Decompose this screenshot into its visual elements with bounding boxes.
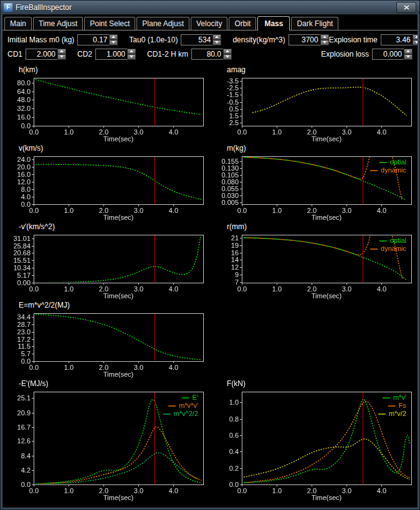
explosion-time-spin-up[interactable] (413, 34, 418, 40)
explosion-loss-control: Explosion loss (321, 49, 413, 60)
tau0-spinbox (181, 34, 221, 45)
density-spin-down[interactable] (320, 40, 329, 45)
chart-canvas-force (211, 389, 418, 501)
tab-point-select[interactable]: Point Select (84, 17, 135, 30)
explosion-time-label: Explosion time (329, 35, 378, 44)
app-window: F FireBallInspector Main Time Adjust Poi… (0, 0, 420, 510)
chart-canvas-velocity (2, 154, 211, 221)
explosion-time-input[interactable] (381, 34, 413, 45)
chart-radius: r(mm) (211, 222, 418, 300)
cd2-spin-up[interactable] (127, 49, 136, 54)
chart-amag: amag (211, 65, 418, 143)
cd12-h-control: CD1-2 H km (147, 49, 232, 60)
cd2-input[interactable] (95, 49, 127, 60)
explosion-time-spinbox (381, 34, 418, 45)
density-input[interactable] (289, 34, 320, 45)
parameter-panel: Imitial Mass m0 (kg) Tau0 (1.0e-10) dens… (2, 31, 418, 62)
chart-title: E=m*v^2/2(MJ) (2, 300, 211, 311)
cd2-spinbox (95, 49, 136, 60)
chart-title: amag (211, 65, 418, 75)
chart-canvas-deceleration (2, 232, 211, 300)
chart-title: -E'(MJ/s) (2, 379, 211, 389)
cd2-spin-down[interactable] (127, 54, 136, 60)
client-area: Main Time Adjust Point Select Plane Adju… (2, 14, 418, 508)
cd12-h-spin-up[interactable] (223, 49, 232, 54)
explosion-loss-spin-up[interactable] (404, 49, 413, 54)
tau0-control: Tau0 (1.0e-10) (129, 34, 221, 45)
tau0-spin-up[interactable] (212, 34, 221, 40)
tab-main[interactable]: Main (4, 17, 32, 30)
window-title: FireBallInspector (16, 3, 396, 12)
tab-velocity[interactable]: Velocity (191, 17, 227, 30)
explosion-loss-label: Explosion loss (321, 50, 369, 59)
initial-mass-spinbox (77, 34, 118, 45)
cd1-spin-down[interactable] (57, 54, 66, 60)
cd2-label: CD2 (77, 50, 92, 59)
close-icon (404, 5, 409, 10)
chart-title: -v'(km/s^2) (2, 222, 211, 232)
initial-mass-control: Imitial Mass m0 (kg) (7, 34, 118, 45)
tab-orbit[interactable]: Orbit (229, 17, 256, 30)
cd1-input[interactable] (26, 49, 57, 60)
chart-deceleration: -v'(km/s^2) (2, 222, 211, 300)
parameter-row-1: Imitial Mass m0 (kg) Tau0 (1.0e-10) dens… (7, 32, 413, 47)
chart-title: h(km) (2, 65, 211, 75)
explosion-time-control: Explosion time (329, 34, 418, 45)
cd12-h-input[interactable] (191, 49, 223, 60)
chart-canvas-mass (211, 154, 418, 221)
chart-canvas-energy-loss (2, 389, 211, 501)
cd12-h-spin-down[interactable] (223, 54, 232, 60)
density-spin-up[interactable] (320, 34, 329, 40)
chart-canvas-energy (2, 311, 211, 378)
cd1-spinbox (26, 49, 66, 60)
tab-bar: Main Time Adjust Point Select Plane Adju… (2, 14, 418, 31)
chart-force: F(kN) (211, 379, 418, 502)
tab-plane-adjust[interactable]: Plane Adjust (136, 17, 189, 30)
cd1-spin-up[interactable] (57, 49, 66, 54)
density-spinbox (289, 34, 329, 45)
explosion-loss-spinbox (372, 49, 413, 60)
explosion-loss-input[interactable] (372, 49, 404, 60)
chart-energy-loss: -E'(MJ/s) (2, 379, 211, 502)
chart-title: F(kN) (211, 379, 418, 389)
tau0-input[interactable] (181, 34, 212, 45)
initial-mass-label: Imitial Mass m0 (kg) (7, 35, 74, 44)
explosion-loss-spin-down[interactable] (404, 54, 413, 60)
chart-slot-empty (211, 300, 418, 379)
chart-title: v(km/s) (2, 143, 211, 154)
chart-mass: m(kg) (211, 143, 418, 222)
tau0-spin-down[interactable] (212, 40, 221, 45)
initial-mass-spin-up[interactable] (109, 34, 118, 40)
tau0-label: Tau0 (1.0e-10) (129, 35, 178, 44)
chart-canvas-radius (211, 232, 418, 300)
chart-canvas-height (2, 75, 211, 143)
cd2-control: CD2 (77, 49, 136, 60)
tab-time-adjust[interactable]: Time Adjust (33, 17, 83, 30)
chart-velocity: v(km/s) (2, 143, 211, 222)
tab-dark-flight[interactable]: Dark Flight (291, 17, 338, 30)
cd1-label: CD1 (7, 50, 22, 59)
chart-canvas-amag (211, 75, 418, 143)
tab-mass[interactable]: Mass (257, 16, 290, 31)
initial-mass-input[interactable] (77, 34, 109, 45)
density-label: density(kg/m^3) (232, 35, 285, 44)
parameter-row-2: CD1 CD2 CD1-2 H km (7, 47, 413, 61)
cd1-control: CD1 (7, 49, 66, 60)
chart-height: h(km) (2, 65, 211, 143)
density-control: density(kg/m^3) (232, 34, 328, 45)
cd12-h-label: CD1-2 H km (147, 50, 188, 59)
cd12-h-spinbox (191, 49, 232, 60)
chart-title: m(kg) (211, 143, 418, 154)
explosion-time-spin-down[interactable] (413, 40, 418, 45)
app-icon: F (4, 3, 12, 12)
chart-title: r(mm) (211, 222, 418, 232)
close-button[interactable] (396, 2, 416, 13)
initial-mass-spin-down[interactable] (109, 40, 118, 45)
chart-energy: E=m*v^2/2(MJ) (2, 300, 211, 379)
titlebar[interactable]: F FireBallInspector (1, 1, 419, 14)
chart-grid: h(km) amag v(km/s) m(kg) -v'(km/s^2) r(m… (2, 62, 418, 502)
